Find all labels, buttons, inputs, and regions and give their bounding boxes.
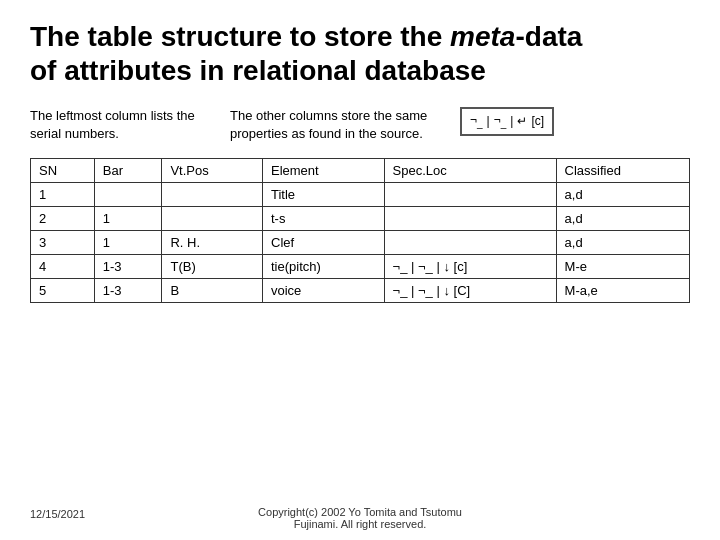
table-row: 5 1-3 B voice ¬_ | ¬_ | ↓ [C] M-a,e: [31, 278, 690, 302]
date-label: 12/15/2021: [30, 508, 85, 520]
cell-element: tie(pitch): [263, 254, 385, 278]
notation-box: ¬_ | ¬_ | ↵ [c]: [460, 107, 554, 135]
notation-symbol1: ¬_: [470, 113, 483, 129]
cell-bar: 1-3: [94, 254, 162, 278]
copyright-text: Copyright(c) 2002 Yo Tomita and TsutomuF…: [258, 506, 462, 530]
cell-sn: 1: [31, 182, 95, 206]
cell-vtpos: R. H.: [162, 230, 263, 254]
cell-classified: a,d: [556, 206, 689, 230]
cell-sn: 2: [31, 206, 95, 230]
notation-bracket: [c]: [531, 114, 544, 128]
cell-bar: 1: [94, 206, 162, 230]
desc-left: The leftmost column lists the serial num…: [30, 107, 210, 143]
col-header-classified: Classified: [556, 158, 689, 182]
cell-specloc: [384, 206, 556, 230]
table-row: 2 1 t-s a,d: [31, 206, 690, 230]
col-header-sn: SN: [31, 158, 95, 182]
cell-sn: 5: [31, 278, 95, 302]
cell-bar: 1-3: [94, 278, 162, 302]
cell-classified: M-e: [556, 254, 689, 278]
notation-divider2: |: [510, 114, 513, 128]
cell-vtpos: [162, 182, 263, 206]
cell-bar: [94, 182, 162, 206]
cell-sn: 4: [31, 254, 95, 278]
cell-vtpos: [162, 206, 263, 230]
col-header-element: Element: [263, 158, 385, 182]
col-header-bar: Bar: [94, 158, 162, 182]
table-row: 4 1-3 T(B) tie(pitch) ¬_ | ¬_ | ↓ [c] M-…: [31, 254, 690, 278]
cell-vtpos: T(B): [162, 254, 263, 278]
cell-element: voice: [263, 278, 385, 302]
notation-symbol2: ¬_: [494, 113, 507, 129]
cell-classified: a,d: [556, 230, 689, 254]
cell-classified: M-a,e: [556, 278, 689, 302]
cell-specloc: [384, 182, 556, 206]
cell-classified: a,d: [556, 182, 689, 206]
attributes-table: SN Bar Vt.Pos Element Spec.Loc Classifie…: [30, 158, 690, 303]
footer: 12/15/2021 Copyright(c) 2002 Yo Tomita a…: [0, 506, 720, 530]
cell-vtpos: B: [162, 278, 263, 302]
page-title: The table structure to store the meta-da…: [30, 20, 690, 87]
notation-symbol3: ↵: [517, 114, 527, 128]
cell-element: Clef: [263, 230, 385, 254]
cell-specloc: [384, 230, 556, 254]
table-row: 1 Title a,d: [31, 182, 690, 206]
cell-bar: 1: [94, 230, 162, 254]
main-table-container: SN Bar Vt.Pos Element Spec.Loc Classifie…: [30, 158, 690, 303]
col-header-vtpos: Vt.Pos: [162, 158, 263, 182]
col-header-specloc: Spec.Loc: [384, 158, 556, 182]
desc-right: The other columns store the same propert…: [230, 107, 430, 143]
table-row: 3 1 R. H. Clef a,d: [31, 230, 690, 254]
cell-element: t-s: [263, 206, 385, 230]
cell-sn: 3: [31, 230, 95, 254]
notation-divider1: |: [487, 114, 490, 128]
cell-element: Title: [263, 182, 385, 206]
cell-specloc: ¬_ | ¬_ | ↓ [c]: [384, 254, 556, 278]
cell-specloc: ¬_ | ¬_ | ↓ [C]: [384, 278, 556, 302]
